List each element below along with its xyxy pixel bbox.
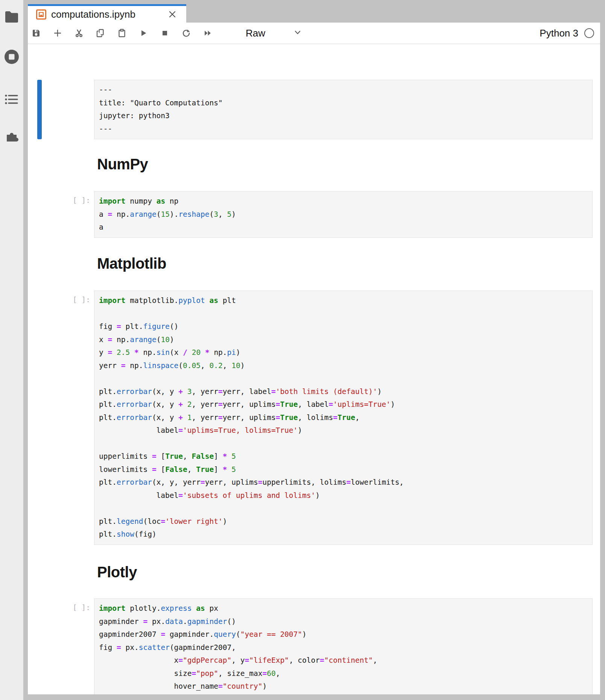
- raw-cell-editor[interactable]: ---title: "Quarto Computations"jupyter: …: [99, 84, 588, 135]
- chevron-down-icon: [293, 28, 302, 38]
- code-editor[interactable]: import numpy as npa = np.arange(15).resh…: [99, 195, 588, 234]
- running-sessions-tab[interactable]: [5, 50, 18, 64]
- insert-cell-icon[interactable]: [53, 29, 62, 38]
- file-browser-tab[interactable]: [5, 10, 18, 24]
- code-cell-box[interactable]: import numpy as npa = np.arange(15).resh…: [94, 191, 593, 238]
- heading-numpy[interactable]: NumPy: [97, 156, 148, 173]
- notebook-panel: Raw Python 3 ---title: "Quarto Computati…: [28, 23, 600, 694]
- cut-icon[interactable]: [74, 29, 84, 38]
- run-icon[interactable]: [139, 29, 148, 38]
- copy-icon[interactable]: [96, 29, 105, 38]
- restart-kernel-icon[interactable]: [182, 29, 191, 38]
- heading-plotly[interactable]: Plotly: [97, 564, 137, 581]
- active-cell-indicator: [37, 80, 42, 139]
- kernel-area: Python 3: [540, 27, 594, 39]
- kernel-status-icon[interactable]: [584, 28, 594, 38]
- interrupt-kernel-icon[interactable]: [160, 29, 169, 38]
- left-activity-bar: [0, 0, 23, 700]
- puzzle-icon: [5, 129, 19, 144]
- cell-prompt: [ ]:: [53, 601, 90, 615]
- extensions-tab[interactable]: [5, 130, 18, 143]
- cell-prompt: [ ]:: [53, 294, 90, 307]
- restart-run-all-icon[interactable]: [203, 29, 212, 38]
- table-of-contents-tab[interactable]: [5, 93, 18, 106]
- code-cell-box[interactable]: import plotly.express as pxgapminder = p…: [94, 598, 593, 694]
- cell-type-dropdown[interactable]: Raw: [246, 27, 302, 39]
- code-cell-box[interactable]: import matplotlib.pyplot as plt fig = pl…: [94, 291, 593, 545]
- folder-icon: [5, 11, 19, 23]
- cell-raw-frontmatter[interactable]: ---title: "Quarto Computations"jupyter: …: [94, 80, 593, 139]
- notebook-file-icon: [36, 9, 46, 20]
- stop-circle-icon: [4, 49, 20, 65]
- heading-matplotlib[interactable]: Matplotlib: [97, 255, 166, 272]
- notebook-toolbar: Raw Python 3: [28, 23, 600, 44]
- code-editor[interactable]: import plotly.express as pxgapminder = p…: [99, 602, 588, 694]
- code-editor[interactable]: import matplotlib.pyplot as plt fig = pl…: [99, 294, 588, 541]
- notebook-content: ---title: "Quarto Computations"jupyter: …: [28, 44, 600, 694]
- kernel-name[interactable]: Python 3: [540, 27, 578, 39]
- list-icon: [5, 94, 18, 105]
- close-icon[interactable]: [167, 9, 177, 19]
- cell-type-selected: Raw: [246, 27, 265, 39]
- paste-icon[interactable]: [117, 29, 126, 38]
- tab-computations-ipynb[interactable]: computations.ipynb: [28, 4, 186, 23]
- cell-prompt: [ ]:: [53, 194, 90, 207]
- tab-title: computations.ipynb: [51, 9, 167, 20]
- save-icon[interactable]: [32, 29, 41, 38]
